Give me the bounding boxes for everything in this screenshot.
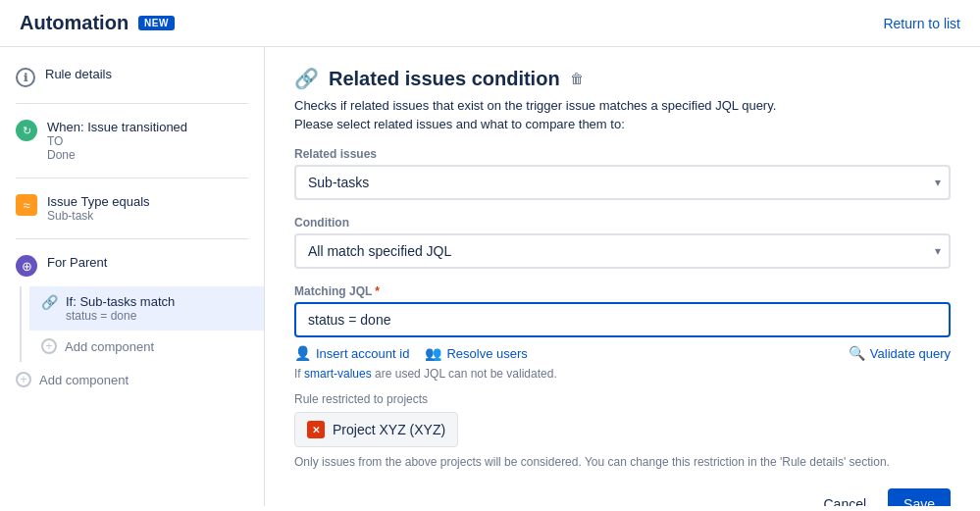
header: Automation NEW Return to list (0, 0, 980, 47)
condition-icon: ≈ (16, 194, 37, 216)
trash-icon[interactable]: 🗑 (570, 71, 584, 86)
sidebar-for-parent-label: For Parent (47, 255, 248, 270)
sidebar-add-component-1[interactable]: + Add component (29, 331, 264, 362)
sidebar-condition-label: Issue Type equals (47, 194, 248, 209)
insert-account-id-link[interactable]: 👤 Insert account id (294, 345, 409, 361)
title-row: 🔗 Related issues condition 🗑 (294, 67, 951, 90)
related-issues-label: Related issues (294, 147, 951, 161)
sidebar-divider-3 (16, 238, 248, 239)
resolve-users-label: Resolve users (446, 346, 527, 361)
trigger-icon: ↻ (16, 120, 37, 141)
add-circle-icon-1: + (41, 338, 57, 354)
header-left: Automation NEW (20, 12, 175, 34)
layout: ℹ Rule details ↻ When: Issue transitione… (0, 47, 980, 506)
sidebar-child-label: If: Sub-tasks match (66, 294, 175, 309)
cancel-button[interactable]: Cancel (809, 488, 880, 506)
project-badge: ✕ Project XYZ (XYZ) (294, 412, 458, 447)
insert-account-id-label: Insert account id (316, 346, 409, 361)
main-content: 🔗 Related issues condition 🗑 Checks if r… (265, 47, 980, 506)
search-icon: 🔍 (849, 345, 865, 361)
sidebar-item-for-parent-content: For Parent (47, 255, 248, 270)
restricted-label: Rule restricted to projects (294, 392, 951, 406)
sidebar-divider-2 (16, 178, 248, 179)
jql-label-text: Matching JQL (294, 284, 372, 298)
condition-wrapper: All match specified JQL Any match specif… (294, 233, 951, 269)
required-star: * (375, 284, 380, 298)
project-note: Only issues from the above projects will… (294, 455, 951, 469)
related-issues-wrapper: Sub-tasks Blocked by Blocks Clones Dupli… (294, 165, 951, 200)
sidebar-item-trigger-content: When: Issue transitioned TODone (47, 120, 248, 162)
related-issues-select[interactable]: Sub-tasks Blocked by Blocks Clones Dupli… (294, 165, 951, 200)
person-icon: 👤 (294, 345, 311, 361)
sidebar-child-if-subtasks[interactable]: 🔗 If: Sub-tasks match status = done (29, 286, 264, 331)
for-parent-tree: 🔗 If: Sub-tasks match status = done + Ad… (20, 286, 264, 362)
condition-select[interactable]: All match specified JQL Any match specif… (294, 233, 951, 269)
footer-buttons: Cancel Save (294, 488, 951, 506)
sidebar-item-trigger[interactable]: ↻ When: Issue transitioned TODone (0, 110, 264, 172)
project-name: Project XYZ (XYZ) (333, 422, 445, 437)
sidebar-trigger-label: When: Issue transitioned (47, 120, 248, 134)
smart-values-link[interactable]: smart-values (304, 367, 372, 381)
add-circle-icon-2: + (16, 372, 31, 387)
resolve-users-link[interactable]: 👥 Resolve users (425, 345, 527, 361)
sidebar-child-content: If: Sub-tasks match status = done (66, 294, 175, 323)
users-icon: 👥 (425, 345, 441, 361)
sidebar-item-rule-details-content: Rule details (45, 67, 248, 81)
info-icon: ℹ (16, 68, 35, 87)
for-parent-icon: ⊕ (16, 255, 37, 277)
add-component-1-label: Add component (65, 339, 154, 354)
actions-row: 👤 Insert account id 👥 Resolve users 🔍 Va… (294, 345, 951, 361)
sidebar-item-rule-details[interactable]: ℹ Rule details (0, 57, 264, 97)
jql-label: Matching JQL * (294, 284, 951, 298)
return-to-list-link[interactable]: Return to list (883, 16, 960, 31)
smart-values-text: If smart-values are used JQL can not be … (294, 367, 951, 381)
save-button[interactable]: Save (888, 488, 951, 506)
link-icon-large: 🔗 (294, 67, 319, 90)
description-2: Please select related issues and what to… (294, 117, 951, 131)
jql-input[interactable] (294, 302, 951, 337)
add-component-2-label: Add component (39, 373, 129, 387)
link-icon-small: 🔗 (41, 294, 58, 310)
new-badge: NEW (138, 16, 175, 30)
validate-query-label: Validate query (870, 346, 951, 361)
condition-label: Condition (294, 216, 951, 230)
project-icon: ✕ (307, 421, 325, 438)
page-title: Related issues condition (329, 68, 560, 90)
sidebar-item-condition-content: Issue Type equals Sub-task (47, 194, 248, 223)
sidebar-item-condition[interactable]: ≈ Issue Type equals Sub-task (0, 184, 264, 232)
sidebar-divider-1 (16, 103, 248, 104)
sidebar: ℹ Rule details ↻ When: Issue transitione… (0, 47, 265, 506)
description-1: Checks if related issues that exist on t… (294, 98, 951, 113)
validate-query-link[interactable]: 🔍 Validate query (849, 345, 951, 361)
sidebar-condition-sub: Sub-task (47, 209, 248, 223)
sidebar-item-for-parent[interactable]: ⊕ For Parent (0, 245, 264, 286)
sidebar-add-component-2[interactable]: + Add component (0, 362, 264, 397)
sidebar-trigger-sub: TODone (47, 134, 248, 162)
actions-left: 👤 Insert account id 👥 Resolve users (294, 345, 528, 361)
app-title: Automation (20, 12, 129, 34)
sidebar-rule-details-label: Rule details (45, 67, 248, 81)
sidebar-child-sub: status = done (66, 309, 175, 323)
